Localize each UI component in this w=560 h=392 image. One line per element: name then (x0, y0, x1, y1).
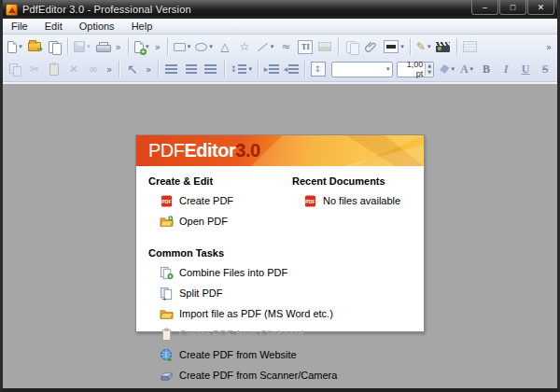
form-fields-button[interactable] (461, 37, 480, 56)
open-pdf-link[interactable]: Open PDF (160, 214, 292, 229)
paste-button[interactable] (45, 60, 63, 78)
star-tool-button[interactable]: ☆ (235, 37, 254, 56)
line-spacing-button[interactable]: ↕ ▾ (229, 60, 254, 78)
menu-edit[interactable]: Edit (36, 20, 71, 33)
increase-indent-button[interactable]: ▸ (262, 60, 281, 78)
toolbar-overflow-chevron[interactable]: » (543, 42, 554, 52)
line-icon (258, 42, 268, 50)
ellipse-tool-button[interactable]: ▾ (193, 37, 215, 56)
separator (456, 38, 457, 55)
create-from-scanner-link[interactable]: Create PDF from Scanner/Camera (160, 368, 412, 383)
menu-help[interactable]: Help (123, 20, 161, 33)
create-from-website-link[interactable]: Create PDF from Website (160, 347, 412, 362)
insert-page-button[interactable]: + ▾ (133, 37, 151, 56)
underline-icon: U (522, 63, 530, 77)
dropdown-icon[interactable]: ▾ (188, 43, 191, 50)
select-pointer-button[interactable]: ↖ (123, 60, 142, 78)
paragraph-settings-button[interactable]: ↕ (309, 60, 328, 78)
highlighter-icon: ✎ (416, 40, 426, 53)
align-left-button[interactable] (162, 60, 181, 78)
menu-file[interactable]: File (3, 20, 36, 33)
dropdown-icon[interactable]: ▾ (427, 43, 431, 50)
spinner-arrows[interactable]: ▲ ▼ (425, 63, 433, 76)
pages-copy-icon (49, 41, 61, 53)
open-file-button[interactable]: ➜ (25, 37, 44, 56)
bold-button[interactable]: B (477, 60, 496, 78)
menu-options[interactable]: Options (71, 20, 123, 33)
dropdown-icon[interactable]: ▾ (400, 43, 404, 50)
indent-bars-icon (269, 64, 278, 75)
toolbar-overflow-chevron[interactable]: » (113, 42, 124, 52)
dropdown-icon[interactable]: ▾ (209, 43, 213, 50)
split-pdf-link[interactable]: Split PDF (160, 286, 412, 301)
decrease-indent-button[interactable]: ◂ (282, 60, 301, 78)
copy-button[interactable] (6, 60, 24, 78)
indent-right-icon: ▸ (264, 64, 269, 74)
highlighter-button[interactable]: ✎ ▾ (414, 37, 433, 56)
freehand-tool-button[interactable]: ≈ (276, 37, 295, 56)
line-width-button[interactable]: ▾ (382, 37, 406, 56)
dropdown-icon[interactable]: ▾ (248, 65, 252, 73)
rectangle-tool-button[interactable]: ▾ (172, 37, 193, 56)
dropdown-icon[interactable]: ▾ (452, 65, 455, 73)
create-edit-title: Create & Edit (148, 175, 292, 187)
paste-special-button[interactable] (343, 37, 361, 56)
font-family-combo[interactable]: ▾ (331, 62, 394, 77)
dropdown-icon[interactable]: ▾ (470, 65, 474, 73)
close-button[interactable]: ✕ (527, 0, 554, 15)
dropdown-icon[interactable]: ▾ (19, 43, 22, 50)
print-button[interactable] (93, 37, 112, 56)
align-right-button[interactable] (202, 60, 220, 78)
window-controls: – □ ✕ (471, 0, 554, 15)
create-pdf-link[interactable]: PDF Create PDF (160, 193, 292, 208)
title-bar: PdfEditor 3.0 - Professional Version – □… (0, 0, 560, 19)
save-floppy-icon (74, 41, 85, 52)
open-as-copy-button[interactable] (45, 37, 63, 56)
import-file-link[interactable]: Import file as PDF (MS Word etc.) (160, 306, 412, 321)
delete-button[interactable]: ✕ (64, 60, 83, 78)
toolbar-overflow-chevron[interactable]: » (143, 64, 154, 75)
maximize-button[interactable]: □ (499, 0, 526, 15)
svg-text:PDF: PDF (161, 199, 172, 204)
strikethrough-button[interactable]: S (536, 60, 554, 78)
cut-button[interactable]: ✂ (25, 60, 44, 78)
new-document-button[interactable]: ▾ (6, 37, 24, 56)
triangle-tool-button[interactable]: △ (216, 37, 234, 56)
combine-files-link[interactable]: Combine Files into PDF (160, 265, 412, 280)
dropdown-icon[interactable]: ▾ (87, 43, 91, 50)
minimize-button[interactable]: – (471, 0, 498, 15)
fill-color-button[interactable]: ▾ (438, 60, 456, 78)
insert-movie-button[interactable] (434, 37, 453, 56)
spin-up-icon[interactable]: ▲ (426, 63, 433, 69)
underline-button[interactable]: U (516, 60, 535, 78)
text-box-tool-button[interactable]: TI (296, 37, 315, 56)
copy-icon (9, 63, 21, 75)
save-button[interactable]: ▾ (72, 37, 92, 56)
link-button[interactable]: ∞ (84, 60, 103, 78)
recent-documents-section: Recent Documents PDF No files available (292, 174, 412, 234)
align-center-button[interactable] (182, 60, 201, 78)
toolbar-overflow-chevron[interactable]: » (152, 42, 163, 52)
scissors-icon: ✂ (30, 63, 39, 76)
paste-clipboard-icon (49, 63, 59, 76)
attach-file-button[interactable] (362, 37, 381, 56)
italic-button[interactable]: I (497, 60, 515, 78)
paste-pages-icon (346, 41, 358, 53)
separator (410, 38, 411, 55)
line-spacing-icon: ↕ (231, 64, 238, 74)
toolbar-overflow-chevron[interactable]: » (104, 64, 115, 75)
common-tasks-section: Common Tasks Combine Files into PDF (148, 247, 412, 383)
indent-left-icon: ◂ (284, 64, 288, 74)
split-pdf-icon (160, 287, 174, 301)
new-page-icon (7, 41, 17, 53)
line-tool-button[interactable]: ▾ (255, 37, 276, 56)
separator (158, 61, 159, 77)
font-color-button[interactable]: A ▾ (457, 60, 476, 78)
font-size-spinner[interactable]: 1,00 pt ▲ ▼ (397, 62, 434, 77)
fill-color-icon (440, 64, 449, 74)
dropdown-icon[interactable]: ▾ (271, 43, 274, 50)
insert-image-button[interactable] (315, 37, 334, 56)
dropdown-icon[interactable]: ▾ (384, 65, 393, 73)
spin-down-icon[interactable]: ▼ (426, 69, 433, 76)
separator (128, 38, 129, 55)
